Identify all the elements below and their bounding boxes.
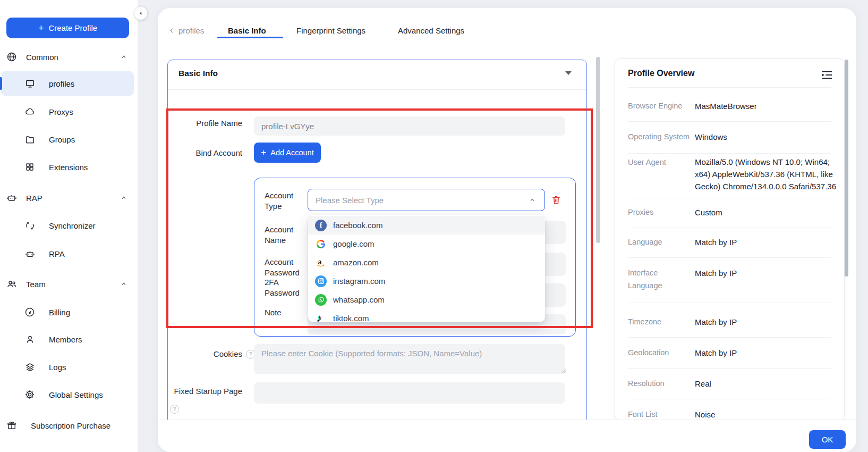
divider (628, 303, 831, 303)
overview-scrollbar[interactable] (845, 60, 848, 277)
overview-row-label: Resolution (628, 377, 692, 390)
sidebar-section-common[interactable]: Common (0, 45, 138, 69)
sidebar-item-label: Groups (49, 135, 75, 144)
help-icon[interactable]: ? (170, 405, 179, 414)
grid-icon (24, 162, 35, 172)
overview-row-value: Noise (695, 408, 837, 421)
sidebar-item-rpa[interactable]: RPA (0, 242, 138, 265)
divider (628, 228, 831, 228)
amazon-icon: a (315, 257, 327, 269)
cookies-textarea[interactable] (254, 344, 565, 374)
divider (628, 337, 831, 338)
chevron-left-icon (138, 11, 143, 16)
account-type-select[interactable]: Please Select Type (308, 189, 545, 211)
create-profile-label: Create Profile (48, 23, 97, 32)
breadcrumb[interactable]: profiles (168, 24, 204, 37)
profile-name-label: Profile Name (178, 119, 242, 128)
sidebar-item-members[interactable]: Members (0, 328, 138, 351)
sidebar-section-label: RAP (26, 194, 42, 203)
fixed-startup-page-label: Fixed Startup Page (168, 387, 242, 396)
option-amazon[interactable]: a amazon.com (308, 253, 545, 272)
option-tiktok[interactable]: ♪♪♪ tiktok.com (308, 309, 545, 322)
create-profile-button[interactable]: + Create Profile (6, 18, 129, 38)
sidebar-item-extensions[interactable]: Extensions (0, 155, 138, 179)
overview-row-label: Proxies (628, 206, 692, 219)
footer-bar: OK (158, 420, 856, 452)
svg-text:a: a (318, 257, 322, 265)
sidebar-collapse-button[interactable] (134, 7, 147, 20)
instagram-icon (315, 275, 327, 287)
section-title: Basic Info (178, 69, 218, 78)
divider (628, 87, 831, 88)
facebook-icon: f (315, 220, 327, 231)
profile-overview-panel: Profile Overview Browser Engine MasMateB… (615, 58, 845, 421)
account-name-label: Account Name (265, 224, 306, 246)
ok-button[interactable]: OK (809, 430, 846, 449)
tab-fingerprint-settings[interactable]: Fingerprint Settings (296, 24, 365, 37)
tiktok-icon: ♪♪♪ (315, 313, 327, 323)
sidebar-item-profiles[interactable]: profiles (0, 72, 138, 95)
overview-row-label: Browser Engine (628, 99, 692, 112)
whatsapp-icon (315, 294, 327, 306)
overview-row-label: Operating System (628, 130, 692, 143)
sidebar-section-rap[interactable]: RAP (0, 186, 138, 210)
gauge-icon (24, 307, 35, 317)
overview-row-value: Match by IP (695, 316, 837, 328)
gift-icon (6, 420, 17, 431)
sidebar-item-proxys[interactable]: Proxys (0, 100, 138, 123)
note-label: Note (265, 307, 306, 318)
google-icon (315, 238, 327, 250)
sidebar-item-label: Subscription Purchase (31, 421, 110, 430)
robot-icon (6, 192, 17, 203)
chevron-up-icon (120, 194, 127, 202)
sidebar-item-billing[interactable]: Billing (0, 300, 138, 324)
tab-basic-info[interactable]: Basic Info (228, 24, 266, 37)
monitor-icon (24, 78, 35, 89)
bind-account-label: Bind Account (178, 148, 242, 157)
sidebar-item-label: Proxys (49, 107, 73, 116)
profile-name-input[interactable] (254, 116, 565, 136)
layers-icon (24, 362, 35, 372)
sidebar-section-label: Common (26, 53, 58, 62)
sidebar-item-subscription-purchase[interactable]: Subscription Purchase (0, 414, 138, 437)
overview-row-label: Timezone (628, 315, 692, 328)
sidebar-section-team[interactable]: Team (0, 272, 138, 296)
select-placeholder: Please Select Type (316, 196, 384, 205)
option-whatsapp[interactable]: whatsapp.com (308, 290, 545, 309)
globe-icon (6, 52, 17, 62)
sidebar-item-logs[interactable]: Logs (0, 355, 138, 379)
option-facebook[interactable]: f facebook.com (308, 216, 545, 235)
sidebar-item-label: Billing (49, 308, 70, 317)
collapse-section-icon[interactable] (565, 71, 572, 75)
collapse-panel-icon[interactable] (822, 70, 832, 80)
sidebar-item-label: profiles (49, 79, 74, 88)
fixed-startup-page-input[interactable] (254, 382, 565, 404)
chevron-up-icon (120, 280, 127, 288)
account-type-dropdown: f facebook.com (308, 215, 545, 322)
option-google[interactable]: google.com (308, 235, 545, 253)
divider (168, 89, 586, 90)
overview-row-label: User Agent (628, 156, 692, 169)
sidebar-item-synchronizer[interactable]: Synchronizer (0, 214, 138, 237)
overview-row-value: Match by IP (695, 267, 837, 279)
overview-row-label: Geolocation (628, 346, 692, 359)
folder-icon (24, 134, 35, 145)
sidebar-item-label: RPA (49, 249, 65, 258)
main-panel: profiles Basic Info Fingerprint Settings… (158, 8, 856, 452)
option-instagram[interactable]: instagram.com (308, 272, 545, 290)
sidebar-item-groups[interactable]: Groups (0, 128, 138, 151)
overview-title: Profile Overview (628, 69, 694, 78)
delete-account-icon[interactable] (551, 195, 561, 205)
tab-advanced-settings[interactable]: Advanced Settings (398, 24, 464, 37)
sync-icon (24, 220, 35, 231)
sidebar-section-label: Team (26, 280, 46, 289)
overview-row-label: Interface Language (628, 266, 676, 292)
tfa-password-label: 2FA Password (265, 277, 303, 298)
robot-icon (24, 248, 35, 259)
add-account-button[interactable]: + Add Account (254, 143, 321, 163)
overview-row-value: MasMateBrowser (695, 100, 837, 112)
sidebar-item-label: Members (49, 335, 82, 344)
gear-icon (24, 389, 35, 400)
sidebar-item-global-settings[interactable]: Global Settings (0, 383, 138, 406)
content-scrollbar[interactable] (596, 57, 600, 243)
